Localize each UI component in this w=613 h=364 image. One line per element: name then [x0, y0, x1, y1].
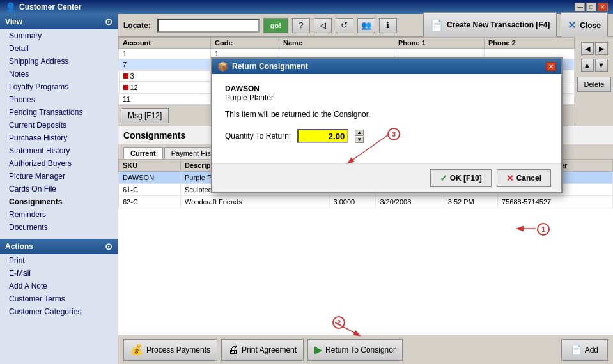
modal-close-button[interactable]: ✕ — [546, 62, 556, 71]
process-payments-label: Process Payments — [146, 345, 210, 354]
ok-label: OK [F10] — [450, 174, 482, 183]
x-icon: ✕ — [506, 173, 514, 183]
nav-up-btn[interactable]: ▲ — [581, 59, 594, 72]
close-icon: ✕ — [568, 19, 576, 31]
cancel-label: Cancel — [516, 174, 541, 183]
nav-buttons: ◀ ▶ — [581, 42, 608, 55]
row-bullet-icon — [123, 73, 128, 79]
row-bullet-icon — [123, 85, 128, 90]
top-right-actions: 📄 Create New Transaction [F4] ✕ Close — [423, 12, 608, 39]
phone1-col-header: Phone 1 — [394, 38, 485, 49]
sidebar-item-loyalty[interactable]: Loyalty Programs — [0, 80, 118, 93]
sidebar-item-customer-terms[interactable]: Customer Terms — [0, 292, 118, 305]
modal-info-line1: DAWSON — [225, 84, 548, 93]
sidebar-item-email[interactable]: E-Mail — [0, 267, 118, 280]
add-button[interactable]: 📄 Add — [561, 339, 608, 361]
create-transaction-button[interactable]: 📄 Create New Transaction [F4] — [423, 12, 557, 39]
add-icon: 📄 — [571, 345, 582, 355]
return-to-consignor-button[interactable]: ▶ Return To Consignor — [307, 339, 403, 361]
bottom-action-bar: 💰 Process Payments 🖨 Print Agreement ▶ R… — [118, 335, 613, 364]
app-icon: 👤 — [5, 2, 16, 12]
go-button[interactable]: go! — [263, 18, 288, 33]
check-icon: ✓ — [440, 173, 447, 183]
sidebar-actions-label: Actions — [5, 242, 33, 251]
code-col-header: Code — [211, 38, 279, 49]
return-consignor-icon: ▶ — [314, 344, 322, 356]
modal-title: Return Consignment — [232, 62, 308, 71]
close-button[interactable]: ✕ Close — [561, 12, 608, 39]
sidebar-item-notes[interactable]: Notes — [0, 68, 118, 80]
delete-button[interactable]: Delete — [577, 77, 612, 92]
close-label: Close — [580, 21, 601, 30]
modal-message: This item will be returned to the Consig… — [225, 110, 548, 119]
sidebar-actions-header[interactable]: Actions ⊙ — [0, 239, 118, 254]
qty-decrement-btn[interactable]: ▼ — [355, 137, 364, 143]
sidebar-item-print[interactable]: Print — [0, 254, 118, 267]
sidebar-item-reminders[interactable]: Reminders — [0, 208, 118, 221]
sidebar-item-summary[interactable]: Summary — [0, 29, 118, 42]
print-agreement-label: Print Agreement — [242, 345, 297, 354]
tab-current[interactable]: Current — [123, 147, 163, 159]
modal-footer: ✓ OK [F10] ✕ Cancel — [212, 163, 561, 192]
back-icon-btn[interactable]: ◁ — [314, 18, 332, 33]
view-chevron-icon: ⊙ — [105, 17, 113, 27]
people-icon-btn[interactable]: 👥 — [357, 18, 375, 33]
process-payments-icon: 💰 — [130, 344, 143, 356]
name-col-header: Name — [279, 38, 394, 49]
sidebar-item-shipping[interactable]: Shipping Address — [0, 55, 118, 68]
modal-icon: 📦 — [217, 61, 228, 72]
qty-label: Quantity To Return: — [225, 132, 291, 140]
modal-info: DAWSON Purple Planter — [225, 84, 548, 102]
account-col-header: Account — [119, 38, 211, 49]
sidebar-item-detail[interactable]: Detail — [0, 42, 118, 55]
sidebar-item-cards-on-file[interactable]: Cards On File — [0, 183, 118, 195]
sidebar-item-consignments[interactable]: Consignments — [0, 195, 118, 208]
create-transaction-icon: 📄 — [430, 19, 443, 31]
top-toolbar: Locate: go! ? ◁ ↺ 👥 ℹ 📄 Create New Trans… — [118, 14, 613, 37]
modal-title-bar: 📦 Return Consignment ✕ — [212, 59, 561, 74]
window-controls: — □ ✕ — [575, 3, 608, 11]
table-row[interactable]: 62-C Woodcraft Friends 3.0000 3/20/2008 … — [119, 196, 613, 208]
actions-chevron-icon: ⊙ — [105, 241, 113, 252]
help-icon-btn[interactable]: ? — [292, 18, 310, 33]
sidebar-item-picture-manager[interactable]: Picture Manager — [0, 170, 118, 183]
sidebar-item-current-deposits[interactable]: Current Deposits — [0, 119, 118, 132]
sidebar-item-purchase-history[interactable]: Purchase History — [0, 132, 118, 144]
modal-info-line2: Purple Planter — [225, 93, 548, 102]
sidebar-item-add-note[interactable]: Add A Note — [0, 280, 118, 292]
phone2-col-header: Phone 2 — [485, 38, 575, 49]
sidebar-item-customer-categories[interactable]: Customer Categories — [0, 305, 118, 318]
modal-qty-field: Quantity To Return: ▲ ▼ — [225, 129, 548, 143]
process-payments-button[interactable]: 💰 Process Payments — [123, 339, 217, 361]
sidebar-item-documents[interactable]: Documents — [0, 221, 118, 234]
return-consignor-label: Return To Consignor — [325, 345, 396, 354]
msg-button[interactable]: Msg [F12] — [121, 108, 169, 123]
modal-body: DAWSON Purple Planter This item will be … — [212, 74, 561, 163]
cancel-button[interactable]: ✕ Cancel — [497, 169, 551, 187]
quantity-input[interactable] — [297, 129, 348, 143]
sidebar-view-label: View — [5, 17, 22, 26]
quantity-spinner: ▲ ▼ — [355, 130, 364, 143]
locate-label: Locate: — [123, 21, 151, 30]
sidebar-view-header[interactable]: View ⊙ — [0, 14, 118, 29]
refresh-icon-btn[interactable]: ↺ — [336, 18, 353, 33]
add-label: Add — [585, 345, 598, 354]
nav-down-btn[interactable]: ▼ — [595, 59, 608, 72]
sidebar: View ⊙ Summary Detail Shipping Address N… — [0, 14, 118, 364]
nav-prev-btn[interactable]: ◀ — [581, 42, 594, 55]
return-consignment-dialog: 📦 Return Consignment ✕ DAWSON Purple Pla… — [211, 57, 563, 193]
close-window-btn[interactable]: ✕ — [598, 3, 608, 11]
sidebar-item-pending-transactions[interactable]: Pending Transactions — [0, 106, 118, 119]
nav-next-btn[interactable]: ▶ — [595, 42, 608, 55]
sidebar-item-statement-history[interactable]: Statement History — [0, 144, 118, 157]
ok-button[interactable]: ✓ OK [F10] — [430, 169, 492, 187]
info-icon-btn[interactable]: ℹ — [379, 18, 397, 33]
locate-input[interactable] — [157, 19, 260, 33]
maximize-btn[interactable]: □ — [586, 3, 596, 11]
minimize-btn[interactable]: — — [575, 3, 585, 11]
sidebar-item-phones[interactable]: Phones — [0, 93, 118, 106]
sidebar-item-authorized-buyers[interactable]: Authorized Buyers — [0, 157, 118, 170]
qty-increment-btn[interactable]: ▲ — [355, 130, 364, 136]
print-agreement-button[interactable]: 🖨 Print Agreement — [221, 339, 304, 361]
print-agreement-icon: 🖨 — [228, 344, 238, 356]
